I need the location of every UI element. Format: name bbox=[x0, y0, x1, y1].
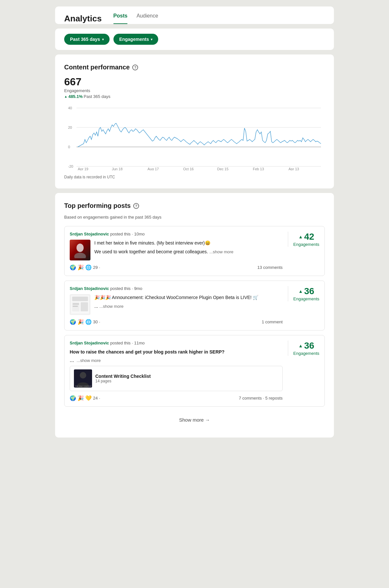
reactions-count-2: 30 bbox=[93, 319, 98, 324]
chart-container: 40 20 0 -20 Apr 19 Jun 18 Aug 17 Oct 16 … bbox=[64, 105, 325, 172]
comments-1: 13 comments bbox=[257, 265, 283, 270]
post-text-1: I met her twice in five minutes. (My bes… bbox=[94, 240, 283, 255]
attachment-pages-3: 14 pages bbox=[95, 379, 278, 383]
svg-text:0: 0 bbox=[68, 145, 70, 149]
reactions-count-3: 24 bbox=[93, 396, 98, 401]
svg-point-16 bbox=[74, 253, 86, 258]
comments-2: 1 comment bbox=[262, 319, 282, 324]
svg-rect-22 bbox=[73, 306, 78, 307]
performance-metric-value: 667 bbox=[64, 76, 325, 88]
svg-text:40: 40 bbox=[68, 106, 72, 110]
post-author-1[interactable]: Srdjan Stojadinovic bbox=[70, 232, 109, 236]
attachment-info-3: Content Writing Checklist 14 pages bbox=[95, 374, 278, 383]
attachment-card-3[interactable]: THE ONLY CONTENT Content Writing Checkli… bbox=[70, 366, 283, 391]
performance-metric-label: Engagements bbox=[64, 88, 325, 93]
period-filter-label: Past 365 days bbox=[70, 37, 100, 42]
content-performance-card: Content performance ? 667 Engagements ▲ … bbox=[55, 54, 334, 188]
post-text-3: How to raise the chances and get your bl… bbox=[70, 349, 283, 355]
post-action-1: posted this bbox=[110, 232, 131, 236]
svg-point-24 bbox=[80, 372, 86, 378]
performance-card-title: Content performance ? bbox=[64, 64, 325, 71]
chart-note: Daily data is recorded in UTC bbox=[64, 175, 325, 179]
reaction-emoji-3b: 🎉 bbox=[77, 395, 84, 401]
svg-text:Jun 18: Jun 18 bbox=[112, 167, 123, 170]
metric-filter-label: Engagements bbox=[119, 37, 149, 42]
engagement-up-icon-2: ▲ bbox=[298, 289, 303, 294]
performance-help-icon[interactable]: ? bbox=[132, 65, 138, 70]
post-footer-2: 🌍 🎉 🌐 30 · 1 comment bbox=[70, 319, 283, 325]
top-posts-help-icon[interactable]: ? bbox=[133, 203, 139, 209]
post-meta-1: Srdjan Stojadinovic posted this · 10mo bbox=[70, 232, 283, 236]
period-chevron-icon: ▾ bbox=[102, 38, 104, 41]
svg-text:Oct 16: Oct 16 bbox=[183, 167, 194, 170]
svg-text:-20: -20 bbox=[68, 164, 73, 168]
page-container: Analytics Posts Audience Past 365 days ▾… bbox=[55, 6, 334, 438]
analytics-header: Analytics Posts Audience bbox=[55, 6, 334, 24]
top-posts-card: Top performing posts ? Based on engageme… bbox=[55, 193, 334, 438]
post-author-3[interactable]: Srdjan Stojadinovic bbox=[70, 341, 109, 345]
post-meta-2: Srdjan Stojadinovic posted this · 9mo bbox=[70, 286, 283, 291]
engagement-label-1: Engagements bbox=[293, 242, 319, 247]
svg-text:Feb 13: Feb 13 bbox=[253, 167, 264, 170]
period-filter-button[interactable]: Past 365 days ▾ bbox=[64, 34, 110, 45]
svg-text:THE ONLY CONTENT: THE ONLY CONTENT bbox=[75, 385, 91, 387]
post-card-2: Srdjan Stojadinovic posted this · 9mo bbox=[64, 281, 325, 330]
engagement-up-icon-3: ▲ bbox=[298, 343, 303, 348]
engagement-num-1: ▲ 42 bbox=[298, 232, 314, 242]
show-more-link-3[interactable]: ...show more bbox=[77, 358, 100, 363]
tab-audience[interactable]: Audience bbox=[136, 13, 158, 24]
reactions-dot-3: · bbox=[99, 396, 100, 401]
reactions-1: 🌍 🎉 🌐 29 · bbox=[70, 264, 100, 270]
post-content-1: I met her twice in five minutes. (My bes… bbox=[70, 240, 283, 260]
reaction-emoji-2a: 🌍 bbox=[70, 319, 76, 325]
top-posts-subtitle: Based on engagements gained in the past … bbox=[64, 215, 325, 220]
reactions-3: 🌍 🎉 💛 24 · bbox=[70, 395, 100, 401]
engagement-col-2: ▲ 36 Engagements bbox=[288, 286, 319, 301]
post-thumbnail-1 bbox=[70, 240, 90, 260]
performance-metric-change: ▲ 485.1% Past 365 days bbox=[64, 94, 325, 99]
post-author-2[interactable]: Srdjan Stojadinovic bbox=[70, 286, 109, 291]
reaction-emoji-3c: 💛 bbox=[85, 395, 92, 401]
post-time-3: 11mo bbox=[134, 341, 145, 345]
analytics-title: Analytics bbox=[64, 14, 102, 24]
change-percentage: 485.1% bbox=[68, 94, 83, 99]
engagement-col-3: ▲ 36 Engagements bbox=[288, 341, 319, 356]
reaction-emoji-2b: 🎉 bbox=[77, 319, 84, 325]
post-action-2: posted this bbox=[110, 286, 131, 291]
post-footer-3: 🌍 🎉 💛 24 · 7 comments · 5 reposts bbox=[70, 395, 283, 401]
svg-text:Dec 15: Dec 15 bbox=[217, 167, 229, 170]
show-more-link-1[interactable]: ...show more bbox=[209, 249, 233, 254]
post-content-2: 🎉🎉🎉 Announcement: iCheckout WooCommerce … bbox=[70, 294, 283, 315]
performance-chart: 40 20 0 -20 Apr 19 Jun 18 Aug 17 Oct 16 … bbox=[64, 105, 325, 170]
attachment-thumbnail-3: THE ONLY CONTENT bbox=[74, 369, 92, 388]
engagement-label-2: Engagements bbox=[293, 296, 319, 301]
metric-filter-button[interactable]: Engagements ▾ bbox=[113, 34, 159, 45]
reactions-dot-2: · bbox=[99, 319, 100, 324]
reactions-dot-1: · bbox=[99, 265, 100, 270]
post-main-3: Srdjan Stojadinovic posted this · 11mo H… bbox=[70, 341, 283, 401]
svg-point-15 bbox=[77, 244, 84, 252]
comments-3: 7 comments · 5 reposts bbox=[239, 396, 283, 401]
svg-text:Apr 13: Apr 13 bbox=[289, 167, 299, 170]
reactions-count-1: 29 bbox=[93, 265, 98, 270]
svg-rect-20 bbox=[81, 302, 88, 311]
engagement-label-3: Engagements bbox=[293, 351, 319, 356]
filters-bar: Past 365 days ▾ Engagements ▾ bbox=[55, 29, 334, 50]
post-time-2: 9mo bbox=[134, 286, 142, 291]
show-more-button[interactable]: Show more → bbox=[64, 411, 325, 428]
reaction-emoji-1b: 🎉 bbox=[77, 264, 84, 270]
change-up-arrow: ▲ bbox=[64, 95, 67, 98]
attachment-title-3: Content Writing Checklist bbox=[95, 374, 278, 379]
post-main-2: Srdjan Stojadinovic posted this · 9mo bbox=[70, 286, 283, 325]
svg-rect-21 bbox=[73, 304, 79, 305]
reaction-emoji-1c: 🌐 bbox=[85, 264, 92, 270]
metric-chevron-icon: ▾ bbox=[151, 38, 152, 41]
engagement-up-icon-1: ▲ bbox=[298, 234, 303, 239]
show-more-link-2[interactable]: ...show more bbox=[100, 304, 124, 309]
svg-text:Aug 17: Aug 17 bbox=[147, 167, 159, 170]
post-action-3: posted this bbox=[110, 341, 131, 345]
top-posts-title: Top performing posts ? bbox=[64, 202, 325, 210]
post-card-1: Srdjan Stojadinovic posted this · 10mo I… bbox=[64, 226, 325, 276]
tab-posts[interactable]: Posts bbox=[113, 13, 128, 24]
post-subtext-3: ... bbox=[70, 357, 74, 363]
